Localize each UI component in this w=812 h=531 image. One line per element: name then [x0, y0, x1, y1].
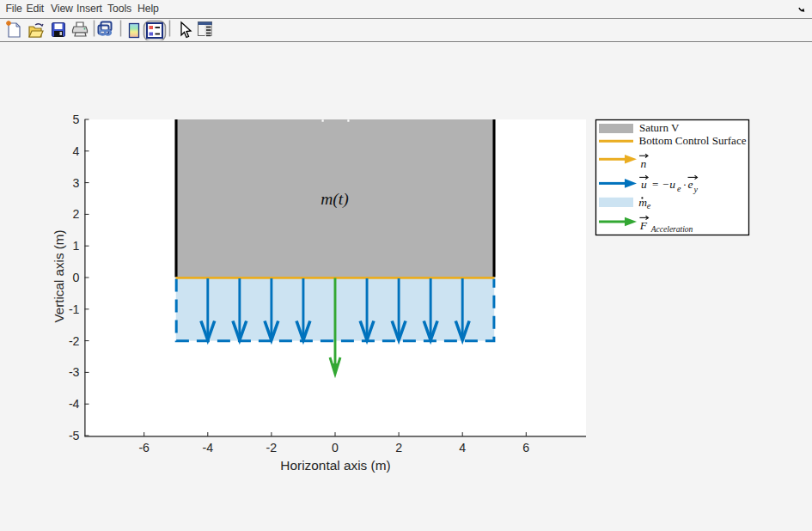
svg-text:m(t): m(t) — [321, 190, 349, 209]
svg-text:0: 0 — [73, 271, 80, 284]
svg-text:e: e — [647, 201, 651, 211]
svg-text:Vertical axis (m): Vertical axis (m) — [52, 229, 66, 322]
svg-text:-4: -4 — [202, 441, 213, 455]
svg-text:e: e — [688, 178, 693, 191]
svg-text:F: F — [639, 219, 648, 232]
svg-text:2: 2 — [73, 207, 80, 221]
svg-text:4: 4 — [459, 441, 466, 455]
svg-text:Saturn V: Saturn V — [639, 121, 680, 134]
svg-text:u: u — [669, 178, 675, 191]
svg-text:5: 5 — [73, 113, 80, 126]
svg-text:·: · — [683, 178, 687, 191]
svg-text:-4: -4 — [69, 397, 80, 411]
svg-text:-1: -1 — [69, 302, 80, 316]
svg-text:Acceleration: Acceleration — [650, 225, 693, 234]
svg-text:−: − — [662, 178, 669, 191]
svg-text:u: u — [641, 178, 647, 191]
svg-text:0: 0 — [332, 441, 339, 455]
svg-text:3: 3 — [73, 176, 80, 190]
svg-text:Horizontal axis (m): Horizontal axis (m) — [280, 458, 390, 473]
svg-text:-5: -5 — [69, 429, 80, 442]
svg-text:4: 4 — [73, 144, 80, 158]
svg-text:-3: -3 — [69, 365, 80, 379]
svg-text:-2: -2 — [69, 334, 80, 348]
svg-text:2: 2 — [395, 441, 402, 455]
svg-text:n: n — [641, 157, 647, 170]
svg-text:Bottom Control Surface: Bottom Control Surface — [639, 134, 747, 147]
svg-text:1: 1 — [73, 239, 80, 253]
svg-text:e: e — [677, 184, 681, 193]
svg-text:-2: -2 — [266, 441, 278, 455]
svg-text:-6: -6 — [138, 441, 150, 455]
svg-text:6: 6 — [522, 441, 529, 455]
svg-text:y: y — [693, 185, 699, 194]
svg-text:=: = — [652, 178, 658, 191]
